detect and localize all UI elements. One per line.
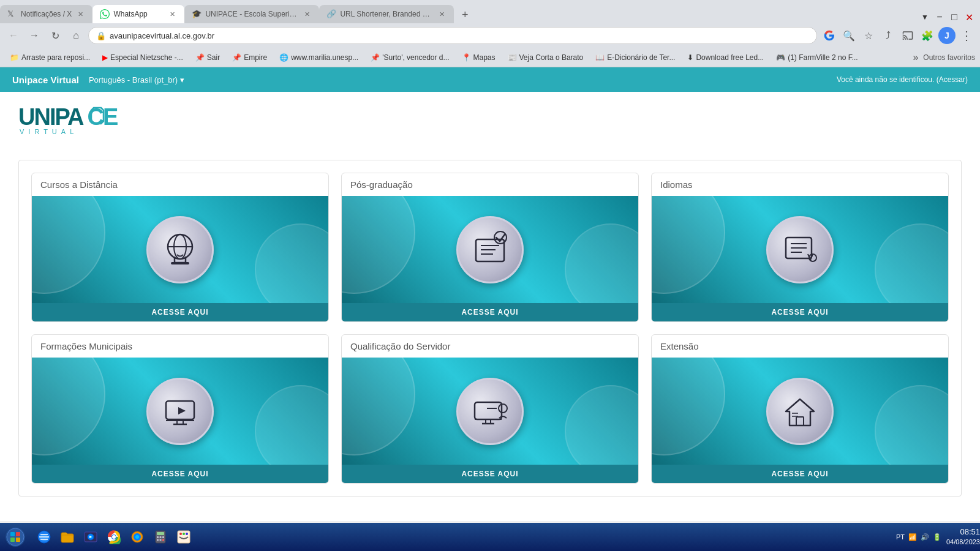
taskbar-folder[interactable] [56, 526, 78, 548]
taskbar-clock: 08:51 04/08/2023 [946, 527, 980, 546]
tab-notifications-icon: 𝕏 [7, 9, 17, 19]
bookmark-sair[interactable]: 📌 Sair [190, 52, 225, 63]
bookmark-nietzsche-icon: ▶ [102, 53, 108, 62]
taskbar-calculator[interactable] [149, 526, 172, 548]
card-pos[interactable]: Pós-graduação [341, 173, 639, 322]
card-formacoes[interactable]: Formações Municipais [31, 334, 329, 484]
card-idiomas-btn[interactable]: ACESSE AQUI [652, 303, 948, 321]
card-idiomas[interactable]: Idiomas [651, 173, 949, 322]
site-nav-left: Unipace Virtual Português - Brasil (pt_b… [12, 75, 184, 85]
bookmark-arraste[interactable]: 📁 Arraste para reposi... [5, 52, 95, 63]
bookmark-veja[interactable]: 📰 Veja Corta o Barato [503, 52, 589, 63]
svg-point-41 [112, 535, 116, 539]
card-qualificacao-image [342, 358, 638, 465]
card-qualificacao-btn[interactable]: ACESSE AQUI [342, 465, 638, 483]
extensions-button[interactable]: 🧩 [919, 27, 936, 44]
other-bookmarks[interactable]: Outros favoritos [923, 53, 975, 62]
bookmark-surto[interactable]: 📌 'Surto', vencedor d... [366, 52, 454, 63]
chrome-search-button[interactable] [821, 27, 838, 44]
tab-url-shortener-close[interactable]: ✕ [437, 9, 447, 19]
bookmark-sair-icon: 📌 [195, 53, 205, 62]
card-pos-icon-circle [456, 216, 524, 283]
tray-battery[interactable]: 🔋 [933, 533, 941, 541]
bookmark-download[interactable]: ⬇ Download free Led... [682, 52, 769, 63]
svg-rect-32 [16, 532, 20, 536]
card-cursos-btn[interactable]: ACESSE AQUI [32, 303, 328, 321]
minimize-button[interactable]: − [933, 11, 946, 23]
cast-button[interactable] [899, 27, 916, 44]
card-extensao-btn[interactable]: ACESSE AQUI [652, 465, 948, 483]
bookmarks-bar: 📁 Arraste para reposi... ▶ Especial Niet… [0, 48, 980, 67]
taskbar-media[interactable] [80, 526, 102, 548]
logo-main: UNIPA C E [18, 104, 117, 130]
card-extensao-image [652, 358, 948, 465]
card-extensao[interactable]: Extensão [651, 334, 949, 484]
card-pos-btn[interactable]: ACESSE AQUI [342, 303, 638, 321]
tab-unipace[interactable]: 🎓 UNIPACE - Escola Superior do Pa... ✕ [184, 5, 319, 23]
page-content: Unipace Virtual Português - Brasil (pt_b… [0, 67, 980, 521]
login-link[interactable]: Você ainda não se identificou. (Acessar) [837, 75, 968, 84]
tray-lang[interactable]: PT [896, 533, 905, 541]
bookmarks-more-button[interactable]: » [913, 52, 918, 63]
tab-search-button[interactable]: ▼ [919, 11, 931, 23]
svg-point-30 [7, 528, 24, 545]
home-button[interactable]: ⌂ [67, 27, 85, 44]
main-content: Cursos a Distância [0, 148, 980, 521]
close-button[interactable]: ✕ [963, 11, 975, 23]
lock-icon: 🔒 [96, 31, 106, 40]
browser-actions: 🔍 ☆ ⤴ 🧩 J ⋮ [821, 27, 975, 44]
tray-sound[interactable]: 🔊 [921, 533, 929, 541]
bookmark-mapas[interactable]: 📍 Mapas [457, 52, 500, 63]
taskbar-firefox[interactable] [126, 526, 148, 548]
tab-whatsapp-close[interactable]: ✕ [167, 9, 177, 19]
share-button[interactable]: ⤴ [880, 27, 897, 44]
new-tab-button[interactable]: + [456, 6, 473, 23]
bookmark-download-icon: ⬇ [687, 53, 693, 62]
card-qualificacao[interactable]: Qualificação do Servidor [341, 334, 639, 484]
profile-button[interactable]: J [938, 27, 956, 44]
tab-unipace-close[interactable]: ✕ [302, 9, 312, 19]
window-controls: ▼ − □ ✕ [911, 11, 975, 23]
card-extensao-title: Extensão [652, 335, 948, 358]
tray-wifi[interactable]: 📶 [908, 533, 917, 541]
taskbar-time-display: 08:51 [946, 527, 980, 538]
taskbar-chrome[interactable] [103, 526, 125, 548]
card-idiomas-title: Idiomas [652, 173, 948, 196]
back-button[interactable]: ← [5, 27, 22, 44]
svg-point-54 [179, 533, 182, 535]
tab-notifications-close[interactable]: ✕ [75, 9, 85, 19]
tab-notifications[interactable]: 𝕏 Notificações / X ✕ [0, 5, 92, 23]
tab-notifications-title: Notificações / X [21, 10, 72, 18]
bookmark-nietzsche[interactable]: ▶ Especial Nietzsche -... [97, 52, 188, 63]
maximize-button[interactable]: □ [948, 11, 960, 23]
reload-button[interactable]: ↻ [47, 27, 64, 44]
tab-url-shortener[interactable]: 🔗 URL Shortener, Branded Short Li... ✕ [319, 5, 454, 23]
bookmark-sair-label: Sair [207, 53, 220, 62]
logo-uni: UNIPA [18, 104, 82, 130]
svg-point-55 [183, 533, 185, 535]
taskbar-paint[interactable] [173, 526, 195, 548]
forward-button[interactable]: → [26, 27, 43, 44]
zoom-button[interactable]: 🔍 [840, 27, 858, 44]
site-brand: Unipace Virtual [12, 75, 79, 85]
star-button[interactable]: ☆ [860, 27, 877, 44]
svg-rect-3 [171, 262, 189, 264]
lang-selector[interactable]: Português - Brasil (pt_br) ▾ [89, 75, 184, 84]
bookmark-veja-icon: 📰 [508, 53, 517, 62]
card-idiomas-image [652, 196, 948, 303]
bookmark-marilia[interactable]: 🌐 www.marilia.unesp... [274, 52, 363, 63]
start-button[interactable] [0, 523, 31, 551]
bookmark-farmville[interactable]: 🎮 (1) FarmVille 2 no F... [771, 52, 862, 63]
taskbar-ie[interactable] [33, 526, 55, 548]
card-formacoes-title: Formações Municipais [32, 335, 328, 358]
svg-rect-46 [157, 532, 164, 535]
menu-button[interactable]: ⋮ [958, 27, 975, 44]
card-cursos[interactable]: Cursos a Distância [31, 173, 329, 322]
bookmark-dicionario[interactable]: 📖 E-Dicionário de Ter... [590, 52, 680, 63]
bookmark-empire[interactable]: 📌 Empire [227, 52, 272, 63]
tab-whatsapp[interactable]: WhatsApp ✕ [92, 5, 184, 23]
card-formacoes-btn[interactable]: ACESSE AQUI [32, 465, 328, 483]
address-input[interactable]: 🔒 avaunipacevirtual.al.ce.gov.br [88, 27, 817, 44]
bookmark-farmville-icon: 🎮 [776, 53, 785, 62]
tab-whatsapp-title: WhatsApp [113, 10, 164, 18]
